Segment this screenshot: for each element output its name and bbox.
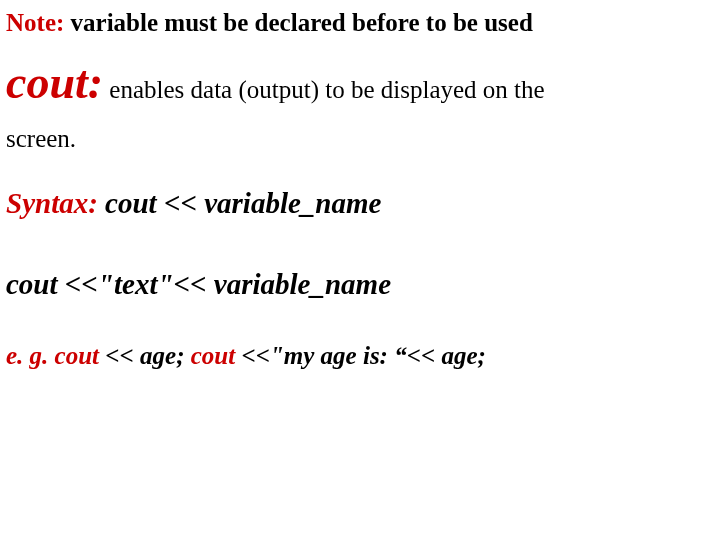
cout-paragraph-line2: screen. <box>6 120 714 158</box>
slide-body: Note: variable must be declared before t… <box>0 0 720 374</box>
example-1-cout: cout <box>55 342 99 369</box>
note-text: variable must be declared before to be u… <box>64 9 532 36</box>
cout-desc-1: enables data (output) to be displayed on… <box>103 76 545 103</box>
cout-heading: cout: <box>6 57 103 108</box>
syntax-line: Syntax: cout << variable_name <box>6 182 714 226</box>
cout-paragraph: cout: enables data (output) to be displa… <box>6 60 714 109</box>
note-label: Note: <box>6 9 64 36</box>
example-2-cout: cout <box>191 342 235 369</box>
note-line: Note: variable must be declared before t… <box>6 4 714 42</box>
example-line: e. g. cout << age; cout <<"my age is: “<… <box>6 337 714 375</box>
example-label: e. g. <box>6 342 55 369</box>
cout-desc-2: screen. <box>6 125 76 152</box>
example-1-rest: << age; <box>99 342 191 369</box>
cout-text-example: cout <<"text"<< variable_name <box>6 263 714 307</box>
example-2-rest: <<"my age is: “<< age; <box>235 342 486 369</box>
cout-text-example-code: cout <<"text"<< variable_name <box>6 268 391 300</box>
syntax-label: Syntax: <box>6 187 105 219</box>
syntax-code: cout << variable_name <box>105 187 381 219</box>
